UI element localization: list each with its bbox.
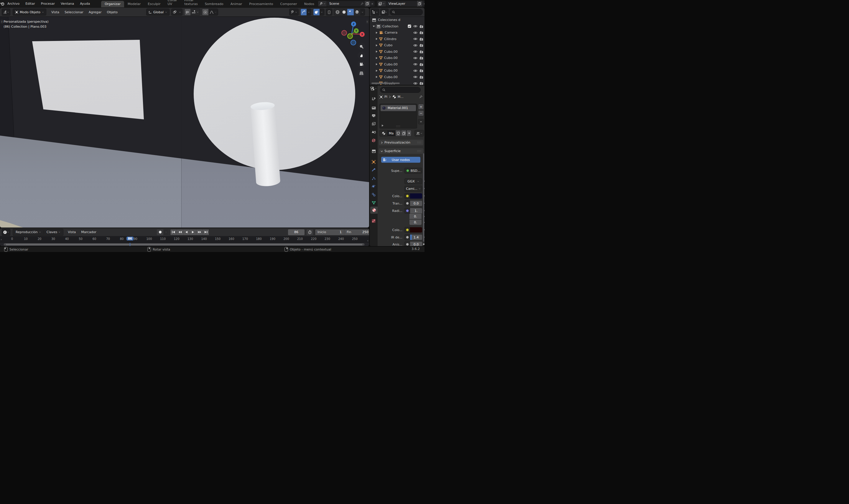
use-nodes-button[interactable]: Usar nodos — [381, 157, 420, 163]
menu-vista[interactable]: Vista — [49, 10, 62, 14]
transform-orientation-dropdown[interactable]: Global — [146, 8, 169, 16]
camera-view-button[interactable] — [358, 60, 365, 68]
animate-dot[interactable] — [423, 244, 424, 245]
hide-eye-icon[interactable] — [413, 25, 417, 28]
tab-texture[interactable] — [370, 217, 378, 224]
play-reverse-button[interactable] — [183, 229, 190, 235]
value-socket-button[interactable] — [404, 200, 410, 206]
menu-editar[interactable]: Editar — [22, 2, 38, 5]
subsurface-method-dropdown[interactable]: Cami... — [404, 186, 422, 192]
pin-icon[interactable] — [419, 95, 422, 98]
outliner-item-row[interactable]: Cubo.00 — [370, 49, 424, 55]
viewlayer-name[interactable]: ViewLayer — [386, 2, 417, 5]
visibility-dropdown[interactable] — [289, 8, 299, 16]
axis-neg-z-ball[interactable] — [350, 40, 356, 46]
disable-render-camera-icon[interactable] — [419, 63, 423, 66]
proportional-edit-toggle[interactable] — [202, 9, 209, 15]
pin-icon[interactable] — [360, 2, 364, 5]
hide-eye-icon[interactable] — [413, 63, 417, 66]
tab-tool[interactable] — [370, 95, 378, 103]
properties-panel[interactable]: Pl M... Material.001 :::: + − — [370, 86, 424, 246]
fake-user-toggle[interactable] — [395, 130, 401, 137]
disable-render-camera-icon[interactable] — [419, 75, 423, 79]
outliner-item-row[interactable]: Cubo.00 — [370, 74, 424, 80]
scene-name[interactable]: Scene — [327, 2, 360, 5]
menu-agregar[interactable]: Agregar — [86, 10, 104, 14]
anisotropy-value[interactable]: 0.0 — [410, 242, 422, 246]
tab-particles[interactable] — [370, 175, 378, 182]
collection-row[interactable]: Collection — [370, 23, 424, 30]
tab-organizar[interactable]: Organizar — [101, 1, 124, 7]
properties-editor-type-dropdown[interactable] — [370, 87, 377, 90]
xray-toggle[interactable] — [326, 8, 332, 16]
new-viewlayer-button[interactable] — [417, 1, 422, 6]
tab-procesamiento[interactable]: Procesamiento — [246, 1, 276, 7]
zoom-button[interactable] — [358, 43, 365, 50]
scene-selector[interactable]: Scene — [318, 1, 375, 7]
unlink-material-button[interactable] — [407, 130, 412, 137]
editor-type-dropdown[interactable] — [2, 8, 10, 16]
disable-render-camera-icon[interactable] — [419, 37, 423, 41]
tab-material[interactable] — [370, 206, 378, 214]
distribution-dropdown[interactable]: GGX — [404, 178, 422, 184]
unlink-scene-icon[interactable] — [370, 3, 375, 5]
remove-viewlayer-icon[interactable] — [422, 3, 424, 5]
material-nodes-dropdown[interactable] — [414, 130, 424, 137]
menu-ventana[interactable]: Ventana — [58, 2, 77, 5]
outliner-item-row[interactable]: Cubo.00 — [370, 55, 424, 61]
viewlayer-selector[interactable]: ViewLayer — [377, 1, 424, 7]
tab-scene[interactable] — [370, 128, 378, 135]
add-slot-button[interactable]: + — [418, 104, 424, 110]
disable-render-camera-icon[interactable] — [419, 50, 423, 53]
new-scene-button[interactable] — [364, 1, 370, 6]
list-resize-grip[interactable]: :::: — [396, 125, 401, 128]
plane-object[interactable] — [0, 17, 165, 135]
tab-componer[interactable]: Componer — [277, 1, 301, 7]
outliner-item-row[interactable]: Camera — [370, 30, 424, 36]
tab-world[interactable] — [370, 137, 378, 144]
tab-nodos[interactable]: Nodos — [301, 1, 318, 7]
outliner-hscrollbar[interactable] — [372, 83, 400, 84]
viewport-3d[interactable]: Personalizada (perspectiva) (86) Collect… — [0, 17, 369, 228]
pivot-point-dropdown[interactable] — [171, 8, 182, 16]
axis-neg-y-ball[interactable] — [347, 33, 353, 39]
tab-modifiers[interactable] — [370, 166, 378, 173]
show-gizmo-toggle[interactable] — [301, 9, 307, 15]
disable-render-camera-icon[interactable] — [419, 82, 423, 85]
disable-render-camera-icon[interactable] — [419, 31, 423, 34]
current-frame-field[interactable]: 86 — [288, 229, 305, 235]
material-slot-list[interactable]: Material.001 :::: — [379, 104, 417, 128]
tab-physics[interactable] — [370, 183, 378, 190]
shading-solid-button[interactable] — [341, 9, 347, 15]
browse-material-button[interactable] — [379, 130, 387, 137]
disable-render-camera-icon[interactable] — [419, 69, 423, 72]
playhead-badge[interactable]: 86 — [126, 237, 133, 240]
tab-output[interactable] — [370, 112, 378, 119]
outliner-search-input[interactable] — [390, 9, 423, 15]
timeline-ruler[interactable]: › 86 01020304050607080901001101201301401… — [0, 236, 369, 243]
gizmo-dropdown[interactable] — [307, 9, 311, 15]
surface-panel-header[interactable]: Superficie :::: — [379, 148, 423, 154]
properties-search-input[interactable] — [380, 87, 421, 93]
axis-neg-x-ball[interactable] — [341, 30, 347, 36]
remove-slot-button[interactable]: − — [418, 110, 424, 116]
tab-object[interactable] — [370, 158, 378, 165]
timeline-editor-type-dropdown[interactable] — [2, 229, 10, 236]
auto-keying-dropdown[interactable] — [164, 229, 168, 235]
outliner-panel[interactable]: Colecciones d Collection CameraCilindroC… — [370, 17, 424, 85]
axis-y-ball[interactable]: Y — [354, 28, 359, 33]
viewlayer-icon[interactable] — [377, 1, 386, 6]
timeline-hscrollbar[interactable] — [4, 244, 364, 246]
disable-render-camera-icon[interactable] — [419, 56, 423, 59]
base-color-swatch[interactable] — [410, 193, 422, 199]
menu-procesar[interactable]: Procesar — [38, 2, 58, 5]
menu-seleccionar[interactable]: Seleccionar — [62, 10, 86, 14]
tab-sombreado[interactable]: Sombreado — [201, 1, 227, 7]
menu-reproduccion[interactable]: Reproducción — [13, 230, 43, 234]
show-overlays-toggle[interactable] — [313, 9, 320, 15]
properties-vscrollbar[interactable] — [423, 153, 424, 242]
outliner-item-row[interactable]: Cubo.00 — [370, 61, 424, 68]
transmission-value[interactable]: 0.0 — [410, 201, 422, 206]
radius-x-value[interactable]: 1. — [410, 208, 422, 213]
disable-render-camera-icon[interactable] — [419, 43, 423, 47]
